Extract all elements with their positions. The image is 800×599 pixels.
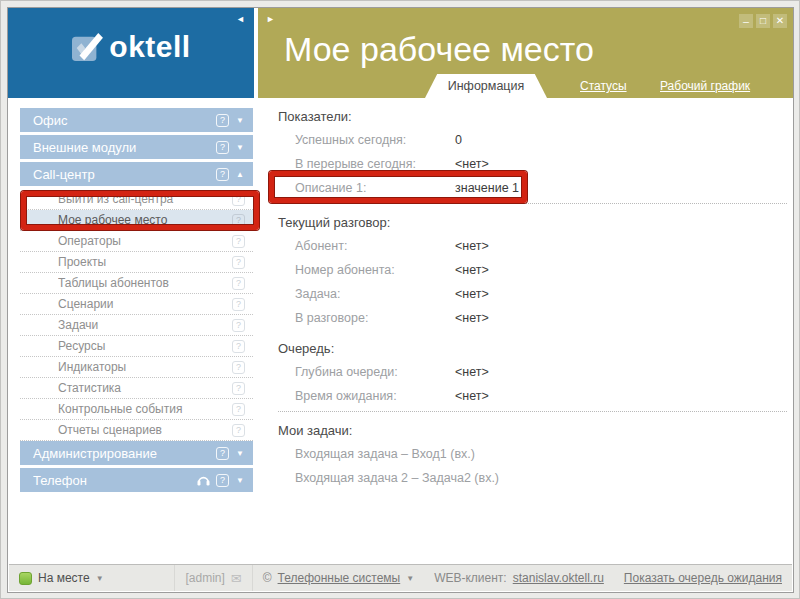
help-icon[interactable]: ? — [232, 382, 245, 395]
help-icon[interactable]: ? — [232, 424, 245, 437]
minimize-button[interactable]: _ — [739, 14, 753, 28]
sidebar-label: Задачи — [58, 318, 232, 332]
sidebar-label: Индикаторы — [58, 360, 232, 374]
presence-selector[interactable]: На месте ▼ — [9, 565, 174, 591]
tab-statuses[interactable]: Статусы — [580, 79, 627, 93]
sidebar-label: Офис — [33, 113, 216, 128]
web-client-label: WEB-клиент: — [434, 571, 507, 585]
main-panel: ► _ □ ✕ Мое рабочее место ИнформацияСтат… — [258, 8, 794, 565]
sidebar-category-external-modules[interactable]: Внешние модули?▼ — [20, 135, 253, 159]
application-frame: ◄ oktell Офис?▼Внешние модули?▼Call-цент… — [0, 0, 800, 599]
help-icon[interactable]: ? — [232, 277, 245, 290]
chevron-down-icon[interactable]: ▼ — [235, 476, 245, 485]
sidebar: ◄ oktell Офис?▼Внешние модули?▼Call-цент… — [8, 8, 254, 565]
help-icon[interactable]: ? — [216, 447, 229, 460]
sidebar-item-control-events[interactable]: Контрольные события? — [20, 399, 253, 420]
web-client-link[interactable]: stanislav.oktell.ru — [513, 571, 604, 585]
maximize-button[interactable]: □ — [756, 14, 770, 28]
section-title-queue: Очередь: — [278, 338, 789, 360]
content-area: Показатели:Успешных сегодня:0В перерыве … — [258, 98, 794, 490]
sidebar-label: Администрирование — [33, 446, 216, 461]
help-icon[interactable]: ? — [232, 403, 245, 416]
help-icon[interactable]: ? — [216, 114, 229, 127]
presence-status-icon — [19, 572, 32, 585]
help-icon[interactable]: ? — [232, 319, 245, 332]
data-row: Описание 1:значение 1 — [278, 176, 789, 200]
help-icon[interactable]: ? — [216, 168, 229, 181]
help-icon[interactable]: ? — [232, 340, 245, 353]
chevron-down-icon[interactable]: ▼ — [235, 116, 245, 125]
show-waiting-queue-link[interactable]: Показать очередь ожидания — [624, 571, 782, 585]
sidebar-category-administration[interactable]: Администрирование?▼ — [20, 441, 253, 465]
sidebar-item-my-workplace[interactable]: Мое рабочее место? — [20, 210, 253, 231]
row-value: <нет> — [455, 239, 489, 253]
logo-check-icon — [71, 32, 103, 62]
chevron-down-icon[interactable]: ▼ — [235, 449, 245, 458]
sidebar-category-phone[interactable]: Телефон?▼ — [20, 468, 253, 492]
sidebar-label: Телефон — [33, 473, 197, 488]
row-label: Номер абонента: — [295, 263, 455, 277]
section-title-current-call: Текущий разговор: — [278, 212, 789, 234]
help-icon[interactable]: ? — [216, 141, 229, 154]
presence-label: На месте — [38, 571, 90, 585]
data-row: Глубина очереди:<нет> — [278, 360, 789, 384]
help-icon[interactable]: ? — [232, 256, 245, 269]
headset-icon — [197, 474, 210, 486]
vendor-link[interactable]: Телефонные системы — [278, 571, 401, 585]
sidebar-item-subscriber-tables[interactable]: Таблицы абонентов? — [20, 273, 253, 294]
row-label: Глубина очереди: — [295, 365, 455, 379]
chevron-down-icon[interactable]: ▼ — [235, 143, 245, 152]
section-title-my-tasks: Мои задачи: — [278, 420, 789, 442]
sidebar-item-resources[interactable]: Ресурсы? — [20, 336, 253, 357]
sidebar-category-office[interactable]: Офис?▼ — [20, 108, 253, 132]
data-row: В перерыве сегодня:<нет> — [278, 152, 789, 176]
help-icon[interactable]: ? — [232, 193, 245, 206]
task-item: Входящая задача 2 – Задача2 (вх.) — [278, 466, 789, 490]
help-icon[interactable]: ? — [216, 474, 229, 487]
sidebar-label: Отчеты сценариев — [58, 423, 232, 437]
sidebar-item-exit-call-center[interactable]: Выйти из call-центра? — [20, 189, 253, 210]
logo-block: ◄ oktell — [8, 8, 254, 98]
sidebar-item-operators[interactable]: Операторы? — [20, 231, 253, 252]
row-label: Задача: — [295, 287, 455, 301]
vendor-menu[interactable]: © Телефонные системы ▼ — [252, 565, 424, 591]
sidebar-item-projects[interactable]: Проекты? — [20, 252, 253, 273]
user-group: [admin] ✉ — [174, 565, 251, 591]
sidebar-label: Проекты — [58, 255, 232, 269]
row-label: Время ожидания: — [295, 389, 455, 403]
row-value: <нет> — [455, 157, 489, 171]
page-header: ► _ □ ✕ Мое рабочее место ИнформацияСтат… — [258, 8, 794, 98]
tab-information[interactable]: Информация — [425, 74, 547, 98]
sidebar-label: Таблицы абонентов — [58, 276, 232, 290]
sidebar-item-scenario-reports[interactable]: Отчеты сценариев? — [20, 420, 253, 441]
sidebar-label: Ресурсы — [58, 339, 232, 353]
sidebar-item-indicators[interactable]: Индикаторы? — [20, 357, 253, 378]
task-item: Входящая задача – Вход1 (вх.) — [278, 442, 789, 466]
tab-work-schedule[interactable]: Рабочий график — [660, 79, 750, 93]
web-client-group: WEB-клиент: stanislav.oktell.ru — [424, 565, 614, 591]
collapse-sidebar-icon[interactable]: ◄ — [236, 14, 245, 24]
sidebar-label: Мое рабочее место — [58, 213, 232, 227]
sidebar-category-call-center[interactable]: Call-центр?▲ — [20, 162, 253, 186]
close-button[interactable]: ✕ — [773, 14, 787, 28]
data-row: Номер абонента:<нет> — [278, 258, 789, 282]
mail-icon[interactable]: ✉ — [231, 571, 242, 586]
help-icon[interactable]: ? — [232, 298, 245, 311]
help-icon[interactable]: ? — [232, 235, 245, 248]
sidebar-item-statistics[interactable]: Статистика? — [20, 378, 253, 399]
sidebar-item-scenarios[interactable]: Сценарии? — [20, 294, 253, 315]
data-row: В разговоре:<нет> — [278, 306, 789, 330]
help-icon[interactable]: ? — [232, 214, 245, 227]
sidebar-item-tasks[interactable]: Задачи? — [20, 315, 253, 336]
sidebar-label: Статистика — [58, 381, 232, 395]
sidebar-label: Внешние модули — [33, 140, 216, 155]
row-value: <нет> — [455, 263, 489, 277]
row-value: <нет> — [455, 311, 489, 325]
sidebar-label: Сценарии — [58, 297, 232, 311]
expand-panel-icon[interactable]: ► — [266, 14, 275, 24]
chevron-up-icon[interactable]: ▲ — [235, 170, 245, 179]
section-divider — [278, 203, 787, 204]
help-icon[interactable]: ? — [232, 361, 245, 374]
row-value: <нет> — [455, 365, 489, 379]
copyright-icon: © — [263, 571, 272, 585]
